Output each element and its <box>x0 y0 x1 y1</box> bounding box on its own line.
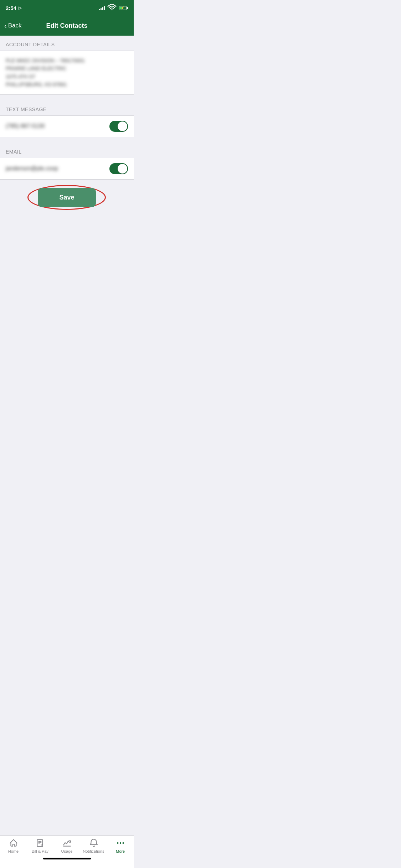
status-time: 2:54 ▷ <box>6 5 21 11</box>
text-message-toggle[interactable] <box>109 121 128 132</box>
email-row: janderson@ple.coop <box>0 158 134 180</box>
account-details-blurred: PLE MKEC DIVISION – 789170001 PRAIRIE LA… <box>6 57 128 89</box>
divider-1 <box>0 95 134 100</box>
status-icons: ⚡ <box>99 3 128 12</box>
email-section-header: EMAIL <box>0 143 134 158</box>
signal-icon <box>99 6 105 10</box>
tab-bar-spacer <box>0 287 134 316</box>
text-message-row: (785) 867-5130 <box>0 115 134 137</box>
toggle-knob-2 <box>118 164 127 174</box>
back-label: Back <box>8 22 22 29</box>
battery-icon: ⚡ <box>119 6 128 10</box>
text-message-label: TEXT MESSAGE <box>6 107 47 112</box>
svg-point-0 <box>111 9 112 10</box>
save-area: Save <box>0 180 134 216</box>
nav-title: Edit Contacts <box>46 22 87 30</box>
email-toggle[interactable] <box>109 163 128 174</box>
save-button-wrapper: Save <box>38 188 96 207</box>
save-button[interactable]: Save <box>38 188 96 207</box>
toggle-knob <box>118 122 127 131</box>
email-label: EMAIL <box>6 149 22 155</box>
account-details-card: PLE MKEC DIVISION – 789170001 PRAIRIE LA… <box>0 51 134 95</box>
nav-bar: ‹ Back Edit Contacts <box>0 16 134 36</box>
empty-space <box>0 216 134 287</box>
back-button[interactable]: ‹ Back <box>4 22 21 30</box>
email-value: janderson@ple.coop <box>6 165 58 172</box>
text-message-section-header: TEXT MESSAGE <box>0 100 134 115</box>
phone-value: (785) 867-5130 <box>6 123 45 129</box>
status-bar: 2:54 ▷ ⚡ <box>0 0 134 16</box>
account-details-section-header: ACCOUNT DETAILS <box>0 36 134 51</box>
location-icon: ▷ <box>19 6 21 10</box>
divider-2 <box>0 137 134 143</box>
back-chevron-icon: ‹ <box>4 22 7 30</box>
wifi-icon <box>107 3 117 12</box>
content: ACCOUNT DETAILS PLE MKEC DIVISION – 7891… <box>0 36 134 316</box>
account-details-label: ACCOUNT DETAILS <box>6 42 55 47</box>
